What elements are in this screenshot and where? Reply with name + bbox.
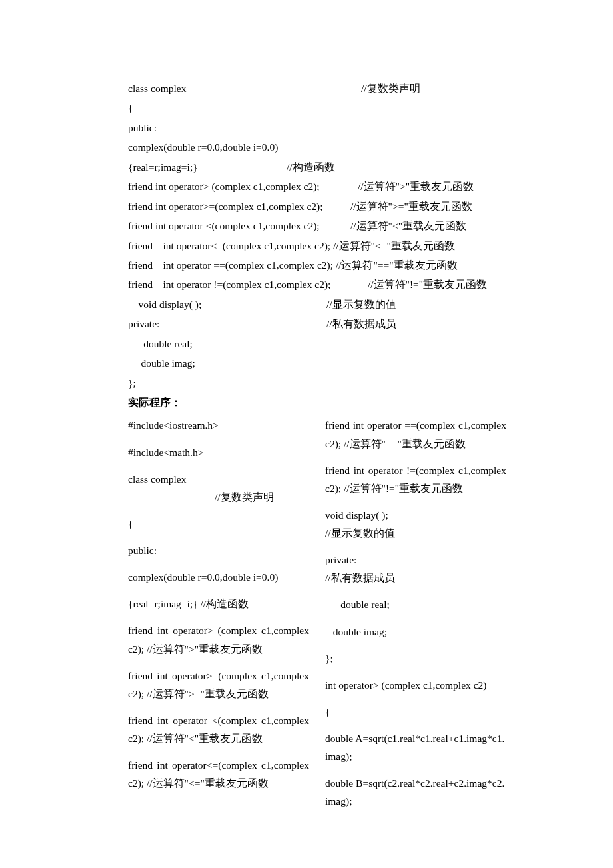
code-text: friend int operator <(complex c1,complex… bbox=[128, 216, 350, 235]
code-text: friend int operator> (complex c1,complex… bbox=[128, 177, 358, 196]
code-text: friend int operator<=(complex c1,complex… bbox=[128, 756, 309, 792]
right-column: friend int operator ==(complex c1,comple… bbox=[325, 416, 506, 819]
code-text: int operator> (complex c1,complex c2) bbox=[325, 676, 506, 694]
code-text: friend int operator ==(complex c1,comple… bbox=[325, 416, 506, 452]
code-comment: //运算符">"重载友元函数 bbox=[358, 177, 474, 196]
code-text: class complex//复数类声明 bbox=[128, 470, 309, 506]
document-page: class complex//复数类声明 { public: complex(d… bbox=[0, 0, 613, 868]
code-text: public: bbox=[128, 541, 309, 559]
class-decl-code: class complex//复数类声明 { public: complex(d… bbox=[128, 79, 506, 393]
code-text: { bbox=[128, 98, 133, 117]
code-text: public: bbox=[128, 118, 157, 137]
code-text: class complex bbox=[128, 79, 361, 98]
code-comment: //运算符"<"重载友元函数 bbox=[350, 216, 466, 235]
code-comment: //复数类声明 bbox=[361, 79, 420, 98]
code-text: double B=sqrt(c2.real*c2.real+c2.imag*c2… bbox=[325, 774, 506, 810]
code-text: { bbox=[128, 515, 309, 533]
code-text: complex(double r=0.0,double i=0.0) bbox=[128, 568, 309, 586]
code-text: void display( );//显示复数的值 bbox=[325, 506, 506, 542]
code-text: void display( ); bbox=[128, 295, 326, 314]
code-text: private: bbox=[128, 314, 326, 333]
section-heading: 实际程序： bbox=[128, 393, 506, 412]
code-text: friend int operator <(complex c1,complex… bbox=[128, 711, 309, 747]
code-text: }; bbox=[325, 649, 506, 667]
code-text: { bbox=[325, 703, 506, 721]
two-column-layout: #include<iostream.h> #include<math.h> cl… bbox=[128, 416, 506, 819]
code-text: double A=sqrt(c1.real*c1.real+c1.imag*c1… bbox=[325, 729, 506, 765]
code-text: #include<math.h> bbox=[128, 443, 309, 461]
code-text: friend int operator ==(complex c1,comple… bbox=[128, 255, 458, 275]
code-text: }; bbox=[128, 373, 136, 393]
code-comment: //运算符"!="重载友元函数 bbox=[368, 275, 487, 294]
code-text: friend int operator !=(complex c1,comple… bbox=[325, 461, 506, 497]
code-text: private://私有数据成员 bbox=[325, 551, 506, 587]
code-comment: //私有数据成员 bbox=[326, 314, 396, 333]
code-text: double real; bbox=[325, 595, 506, 613]
code-text: double imag; bbox=[128, 353, 195, 373]
code-text: complex(double r=0.0,double i=0.0) bbox=[128, 137, 278, 157]
code-text: {real=r;imag=i;} //构造函数 bbox=[128, 595, 309, 613]
code-comment: //运算符">="重载友元函数 bbox=[350, 197, 472, 216]
code-text: friend int operator>=(complex c1,complex… bbox=[128, 667, 309, 703]
code-text: friend int operator<=(complex c1,complex… bbox=[128, 236, 455, 255]
code-text: double real; bbox=[128, 334, 193, 353]
left-column: #include<iostream.h> #include<math.h> cl… bbox=[128, 416, 309, 819]
code-comment: //显示复数的值 bbox=[326, 295, 396, 314]
code-text: friend int operator> (complex c1,complex… bbox=[128, 621, 309, 657]
code-text: {real=r;imag=i;} bbox=[128, 157, 287, 177]
code-comment: //构造函数 bbox=[287, 157, 335, 177]
code-text: friend int operator !=(complex c1,comple… bbox=[128, 275, 368, 294]
code-text: #include<iostream.h> bbox=[128, 416, 309, 434]
code-text: double imag; bbox=[325, 623, 506, 641]
code-text: friend int operator>=(complex c1,complex… bbox=[128, 197, 350, 216]
